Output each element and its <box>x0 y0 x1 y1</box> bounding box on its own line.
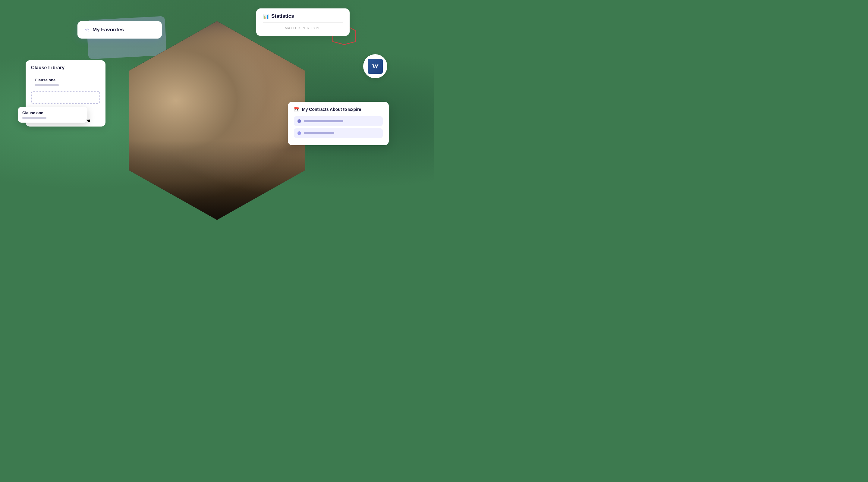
calendar-icon: 📅 <box>294 107 300 112</box>
clause-dragging-bar <box>22 117 46 119</box>
statistics-divider <box>263 22 343 23</box>
contract-dot-2 <box>298 131 301 135</box>
favorites-label: My Favorites <box>93 27 124 33</box>
contracts-title-row: 📅 My Contracts About to Expire <box>294 107 383 112</box>
contract-bar-1 <box>304 120 343 122</box>
statistics-subtitle: MATTER PER TYPE <box>263 25 343 31</box>
clause-item-1-name: Clause one <box>35 78 96 82</box>
clause-drop-zone <box>31 91 100 104</box>
word-icon-container: W <box>363 54 387 78</box>
contract-bar-2 <box>304 132 334 134</box>
statistics-title: Statistics <box>271 13 294 19</box>
contract-item-1 <box>294 116 383 126</box>
statistics-title-row: 📊 Statistics <box>263 13 343 19</box>
favorites-card: ☆ My Favorites <box>78 21 162 38</box>
clause-library-title: Clause Library <box>31 65 100 70</box>
star-icon: ☆ <box>85 27 90 33</box>
contracts-card: 📅 My Contracts About to Expire <box>288 102 389 145</box>
word-icon: W <box>368 59 383 74</box>
contract-item-2 <box>294 128 383 138</box>
word-letter: W <box>372 62 378 70</box>
photo-overlay <box>115 140 319 220</box>
drag-cursor-icon: ☚ <box>86 118 90 124</box>
contracts-title: My Contracts About to Expire <box>302 107 361 112</box>
clause-dragging-name: Clause one <box>22 110 83 115</box>
chart-icon: 📊 <box>263 13 269 19</box>
clause-item-1-bar <box>35 84 59 86</box>
clause-dragging-item[interactable]: Clause one ☚ <box>18 107 87 123</box>
statistics-card: 📊 Statistics MATTER PER TYPE <box>256 8 350 36</box>
contract-dot-1 <box>298 119 301 123</box>
clause-item-1: Clause one <box>31 75 100 89</box>
